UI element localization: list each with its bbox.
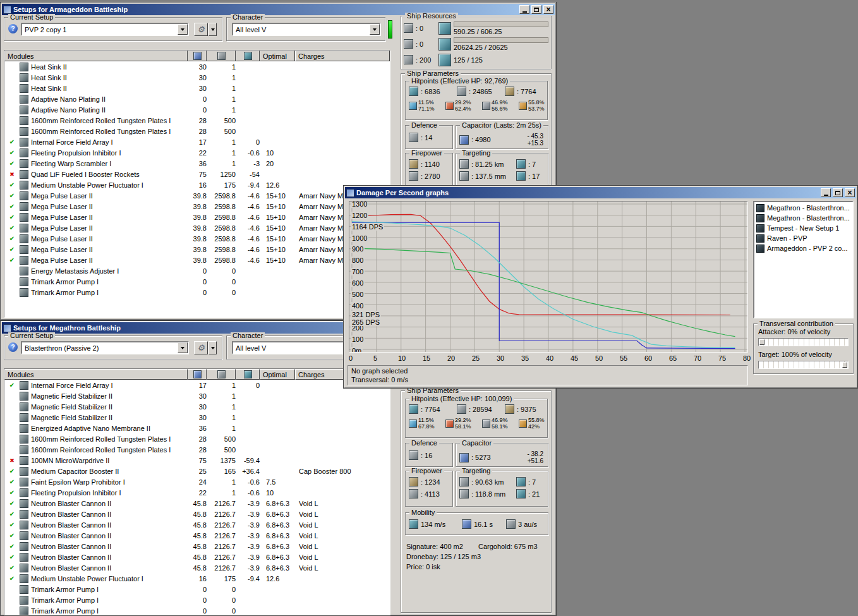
slider-thumb[interactable] [759,339,764,345]
module-row[interactable]: ✔Mega Pulse Laser II39.82598.8-4.615+10A… [4,212,390,222]
module-row[interactable]: ✔Mega Pulse Laser II39.82598.8-4.615+10A… [4,233,390,244]
module-row[interactable]: Adaptive Nano Plating II01 [4,104,390,115]
module-row[interactable]: ✔Neutron Blaster Cannon II45.82126.7-3.9… [4,530,390,541]
slider-thumb[interactable] [842,362,847,368]
dps-chart[interactable]: 0m10020030040050060070080090010001100120… [349,201,748,353]
module-cpu: 17 [188,138,207,146]
module-row[interactable]: 1600mm Reinforced Rolled Tungsten Plates… [4,126,390,136]
setup-tools-button[interactable] [194,23,208,36]
titlebar[interactable]: Setups for Armageddon Battleship × [2,4,555,15]
module-row[interactable]: Heat Sink II301 [4,61,390,72]
module-row[interactable]: Trimark Armor Pump I00 [4,276,390,287]
module-row[interactable]: ✔Mega Pulse Laser II39.82598.8-4.615+10A… [4,255,390,265]
dps-annotation: 1164 DPS [351,223,384,231]
maximize-button[interactable] [531,5,541,14]
module-row[interactable]: ✔Neutron Blaster Cannon II45.82126.7-3.9… [4,562,390,573]
column-capacitor[interactable] [236,51,260,61]
module-row[interactable]: Energized Adaptive Nano Membrane II361 [4,423,390,433]
fit-ok-icon: ✔ [4,224,20,231]
module-row[interactable]: Magnetic Field Stabilizer II301 [4,390,390,401]
minimize-button[interactable] [519,5,529,14]
fit-ok-icon: ✔ [4,257,20,263]
module-cap-use: -9.4 [236,575,260,583]
graph-legend-list[interactable]: Megathron - Blasterthron...Megathron - B… [753,201,854,318]
module-row[interactable]: ✔Neutron Blaster Cannon II45.82126.7-3.9… [4,519,390,530]
legend-item[interactable]: Megathron - Blasterthron... [755,203,852,213]
module-row[interactable]: ✔Mega Pulse Laser II39.82598.8-4.615+10A… [4,190,390,201]
module-row[interactable]: Trimark Armor Pump I00 [4,584,390,595]
legend-item[interactable]: Megathron - Blasterthron... [755,213,852,223]
module-powergrid: 1 [207,74,236,82]
attacker-velocity-slider[interactable] [758,338,849,346]
module-row[interactable]: ✔Fleeting Propulsion Inhibitor I221-0.61… [4,147,390,158]
combo-dropdown-button[interactable] [178,24,188,35]
module-row[interactable]: 1600mm Reinforced Rolled Tungsten Plates… [4,433,390,444]
maximize-button[interactable] [833,188,843,197]
setup-combobox[interactable]: Blasterthron (Passive 2) [21,341,189,354]
column-optimal[interactable]: Optimal [260,51,295,61]
combo-dropdown-button[interactable] [370,24,380,35]
module-row[interactable]: ✔Medium Unstable Power Fluctuator I16175… [4,573,390,584]
module-row[interactable]: ✖100MN MicroWarpdrive II751375-59.4 [4,455,390,466]
module-row[interactable]: Magnetic Field Stabilizer II301 [4,401,390,412]
module-row[interactable]: ✔Neutron Blaster Cannon II45.82126.7-3.9… [4,498,390,509]
column-optimal[interactable]: Optimal [260,369,295,380]
close-button[interactable]: × [845,188,855,197]
module-row[interactable]: ✔Internal Force Field Array I1710 [4,380,390,390]
help-icon[interactable]: ? [8,24,18,33]
module-row[interactable]: Magnetic Field Stabilizer II301 [4,412,390,423]
module-row[interactable]: ✔Internal Force Field Array I1710 [4,136,390,147]
module-row[interactable]: Adaptive Nano Plating II01 [4,94,390,104]
close-button[interactable]: × [543,5,553,14]
module-row[interactable]: ✔Mega Pulse Laser II39.82598.8-4.615+10A… [4,222,390,233]
dps-series-green[interactable] [352,248,735,337]
module-row[interactable]: Trimark Armor Pump I00 [4,595,390,605]
module-row[interactable]: ✖Quad LiF Fueled I Booster Rockets751250… [4,169,390,179]
character-combobox[interactable]: All level V [232,23,381,36]
titlebar[interactable]: Damage Per Second graphs × [345,187,856,198]
module-row[interactable]: ✔Neutron Blaster Cannon II45.82126.7-3.9… [4,552,390,562]
module-row[interactable]: ✔Medium Capacitor Booster II25165+36.4Ca… [4,466,390,476]
module-row[interactable]: Energy Metastasis Adjuster I00 [4,265,390,276]
legend-item[interactable]: Raven - PVP [755,233,852,243]
module-cpu: 39.8 [188,203,207,210]
setup-tools-dropdown-button[interactable] [208,23,217,36]
module-row[interactable]: Heat Sink II301 [4,72,390,83]
module-row[interactable]: ✔Neutron Blaster Cannon II45.82126.7-3.9… [4,541,390,552]
column-cpu[interactable] [188,369,207,380]
help-icon[interactable]: ? [8,342,18,352]
module-row[interactable]: ✔Neutron Blaster Cannon II45.82126.7-3.9… [4,509,390,519]
dps-series-cyan[interactable] [352,222,735,347]
column-powergrid[interactable] [207,51,236,61]
column-modules[interactable]: Modules [4,369,188,380]
column-cpu[interactable] [188,51,207,61]
module-row[interactable]: ✔Mega Pulse Laser II39.82598.8-4.615+10A… [4,244,390,255]
module-name: Magnetic Field Stabilizer II [31,403,188,411]
launcher-hardpoints-icon [404,39,413,49]
dps-series-blue[interactable] [352,222,735,349]
legend-item[interactable]: Armageddon - PVP 2 co... [755,243,852,253]
module-powergrid: 2598.8 [207,224,236,232]
minimize-button[interactable] [821,188,831,197]
module-row[interactable]: ✔Faint Epsilon Warp Prohibitor I241-0.67… [4,476,390,487]
module-row[interactable]: Trimark Armor Pump I00 [4,605,390,615]
column-capacitor[interactable] [236,369,260,380]
module-row[interactable]: ✔Medium Unstable Power Fluctuator I16175… [4,179,390,190]
dps-series-red[interactable] [352,214,730,315]
module-row[interactable]: ✔Fleeting Propulsion Inhibitor I221-0.61… [4,487,390,498]
legend-item[interactable]: Tempest - New Setup 1 [755,223,852,233]
setup-tools-button[interactable] [194,341,208,354]
module-row[interactable]: Heat Sink II301 [4,83,390,94]
column-charges[interactable]: Charges [295,51,390,61]
module-row[interactable]: ✔Mega Pulse Laser II39.82598.8-4.615+10A… [4,201,390,212]
column-powergrid[interactable] [207,369,236,380]
setup-tools-dropdown-button[interactable] [208,341,217,354]
module-row[interactable]: 1600mm Reinforced Rolled Tungsten Plates… [4,115,390,126]
column-modules[interactable]: Modules [4,51,188,61]
module-row[interactable]: 1600mm Reinforced Rolled Tungsten Plates… [4,444,390,455]
module-row[interactable]: ✔Fleeting Warp Scrambler I361-320 [4,158,390,169]
setup-combobox[interactable]: PVP 2 copy 1 [21,23,189,36]
target-velocity-slider[interactable] [758,361,849,369]
module-row[interactable]: Trimark Armor Pump I00 [4,287,390,298]
combo-dropdown-button[interactable] [178,342,188,353]
